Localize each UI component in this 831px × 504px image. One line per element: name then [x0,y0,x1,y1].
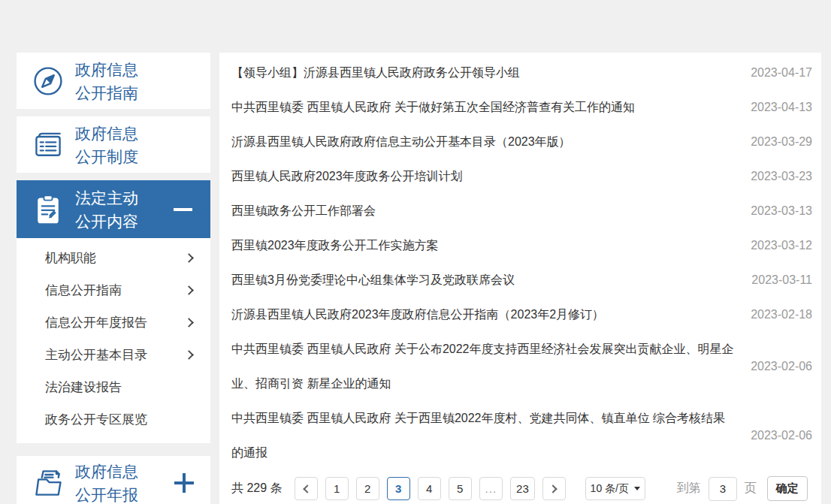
sidebar-item-gov-info-guide[interactable]: 政府信息 公开指南 [17,53,210,109]
sidebar-item-label: 公开年报 [75,486,138,503]
chevron-right-icon [184,318,194,327]
collapse-minus-icon[interactable] [174,208,192,211]
article-date: 2023-03-12 [743,239,812,252]
sidebar-item-annual-report[interactable]: 政府信息 公开年报 [17,456,210,504]
submenu-item-label: 信息公开年度报告 [45,314,147,331]
sidebar-item-label: 政府信息 [75,125,138,142]
caret-down-icon [634,487,640,490]
chevron-right-icon [184,253,194,263]
article-title-link[interactable]: 西里镇人民政府2023年度政务公开培训计划 [231,159,743,194]
page-ellipsis-button[interactable]: ... [479,477,503,500]
article-title-link[interactable]: 沂源县西里镇人民政府2023年度政府信息公开指南（2023年2月修订） [231,297,743,332]
sidebar-item-label: 政府信息 [75,463,138,480]
sidebar-submenu-item[interactable]: 信息公开指南 [17,274,210,306]
article-date: 2023-03-13 [743,204,812,218]
article-title-link[interactable]: 中共西里镇委 西里镇人民政府 关于西里镇2022年度村、党建共同体、镇直单位 综… [231,401,743,470]
goto-suffix-label: 页 [745,481,757,496]
article-row: 沂源县西里镇人民政府政府信息主动公开基本目录（2023年版）2023-03-29 [231,125,812,159]
article-title-link[interactable]: 沂源县西里镇人民政府政府信息主动公开基本目录（2023年版） [231,125,743,159]
goto-confirm-button[interactable]: 确定 [767,476,808,501]
article-title-link[interactable]: 中共西里镇委 西里镇人民政府 关于公布2022年度支持西里经济社会发展突出贡献企… [231,332,743,401]
article-title-link[interactable]: 西里镇政务公开工作部署会 [231,194,743,228]
article-list: 【领导小组】沂源县西里镇人民政府政务公开领导小组2023-04-17中共西里镇委… [231,56,812,470]
article-date: 2023-03-23 [743,170,812,183]
article-date: 2023-02-06 [743,360,812,373]
article-row: 中共西里镇委 西里镇人民政府 关于做好第五次全国经济普查有关工作的通知2023-… [231,90,812,125]
chevron-right-icon [184,285,194,295]
article-title-link[interactable]: 西里镇3月份党委理论中心组集体学习及党政联席会议 [231,263,743,297]
article-row: 西里镇人民政府2023年度政务公开培训计划2023-03-23 [231,159,812,194]
sidebar-submenu-item[interactable]: 主动公开基本目录 [17,339,210,371]
sidebar-item-label: 公开内容 [75,213,138,230]
total-count-label: 共 229 条 [231,481,283,496]
article-date: 2023-03-11 [743,273,812,287]
submenu-item-label: 法治建设报告 [45,379,122,396]
sidebar-item-label: 公开制度 [75,148,138,165]
page-button-5[interactable]: 5 [449,477,472,500]
article-title-link[interactable]: 西里镇2023年度政务公开工作实施方案 [231,228,743,263]
submenu-item-label: 主动公开基本目录 [45,346,147,364]
article-date: 2023-04-17 [743,66,812,80]
rules-book-icon [32,128,65,161]
sidebar-item-label: 政府信息 [75,61,138,78]
goto-page-group: 到第 页 确定 [677,476,808,501]
sidebar-submenu-item[interactable]: 法治建设报告 [17,371,210,403]
sidebar-submenu: 机构职能信息公开指南信息公开年度报告主动公开基本目录法治建设报告政务公开专区展览 [17,238,210,443]
page-button-23[interactable]: 23 [510,477,535,500]
article-list-panel: 【领导小组】沂源县西里镇人民政府政务公开领导小组2023-04-17中共西里镇委… [219,53,821,504]
page-button-2[interactable]: 2 [356,477,379,500]
compass-icon [32,65,65,98]
article-title-link[interactable]: 中共西里镇委 西里镇人民政府 关于做好第五次全国经济普查有关工作的通知 [231,90,743,125]
submenu-item-label: 机构职能 [45,249,96,267]
article-row: 西里镇3月份党委理论中心组集体学习及党政联席会议2023-03-11 [231,263,812,297]
article-date: 2023-03-29 [743,135,812,149]
submenu-item-label: 政务公开专区展览 [45,411,147,428]
page-size-label: 10 条/页 [591,482,629,496]
submenu-item-label: 信息公开指南 [45,282,122,299]
article-row: 西里镇2023年度政务公开工作实施方案2023-03-12 [231,228,812,263]
article-row: 中共西里镇委 西里镇人民政府 关于公布2022年度支持西里经济社会发展突出贡献企… [231,332,812,401]
prev-page-button[interactable] [295,477,318,500]
sidebar-item-label: 公开指南 [75,84,138,101]
chevron-left-icon [303,484,311,493]
page-button-3[interactable]: 3 [387,477,410,500]
sidebar-item-gov-info-rules[interactable]: 政府信息 公开制度 [17,116,210,173]
pagination-bar: 共 229 条 12345...23 10 条/页 到第 页 确定 [231,476,812,501]
goto-page-input[interactable] [709,477,737,501]
sidebar-submenu-item[interactable]: 信息公开年度报告 [17,306,210,339]
annual-report-folder-icon [32,466,65,499]
pagination-pages: 12345...23 [325,477,542,500]
goto-prefix-label: 到第 [677,481,701,496]
article-row: 中共西里镇委 西里镇人民政府 关于西里镇2022年度村、党建共同体、镇直单位 综… [231,401,812,470]
sidebar-submenu-item[interactable]: 机构职能 [17,242,210,274]
chevron-right-icon [184,350,194,360]
page-size-select[interactable]: 10 条/页 [585,477,645,500]
sidebar: 政府信息 公开指南 政府信息 公开制度 [17,53,210,504]
next-page-button[interactable] [542,477,566,500]
article-row: 西里镇政务公开工作部署会2023-03-13 [231,194,812,228]
article-row: 沂源县西里镇人民政府2023年度政府信息公开指南（2023年2月修订）2023-… [231,297,812,332]
sidebar-submenu-item[interactable]: 政务公开专区展览 [17,403,210,436]
clipboard-pencil-icon [32,193,65,226]
expand-plus-icon[interactable] [174,473,194,493]
page-button-4[interactable]: 4 [418,477,441,500]
article-title-link[interactable]: 【领导小组】沂源县西里镇人民政府政务公开领导小组 [231,56,743,90]
chevron-right-icon [548,484,557,493]
sidebar-item-statutory-disclosure[interactable]: 法定主动 公开内容 [17,180,210,238]
article-date: 2023-02-06 [743,429,812,442]
sidebar-item-label: 法定主动 [75,189,138,207]
article-date: 2023-02-18 [743,308,812,321]
page-button-1[interactable]: 1 [325,477,349,500]
article-date: 2023-04-13 [743,101,812,114]
article-row: 【领导小组】沂源县西里镇人民政府政务公开领导小组2023-04-17 [231,56,812,90]
